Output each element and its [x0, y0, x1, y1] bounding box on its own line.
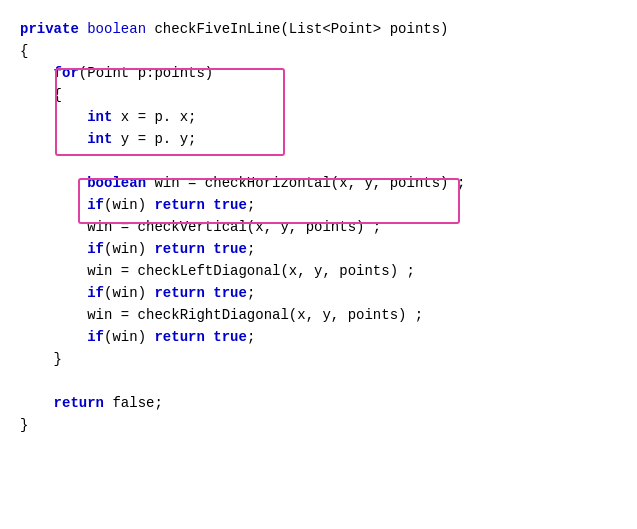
- code-line-6: int y = p. y;: [20, 128, 617, 150]
- code-line-17: [20, 370, 617, 392]
- code-line-8: boolean win = checkHorizontal(x, y, poin…: [20, 172, 617, 194]
- code-line-13: if(win) return true;: [20, 282, 617, 304]
- code-line-11: if(win) return true;: [20, 238, 617, 260]
- code-line-10: win = checkVertical(x, y, points) ;: [20, 216, 617, 238]
- code-line-15: if(win) return true;: [20, 326, 617, 348]
- code-line-2: {: [20, 40, 617, 62]
- code-line-16: }: [20, 348, 617, 370]
- code-line-19: }: [20, 414, 617, 436]
- code-line-12: win = checkLeftDiagonal(x, y, points) ;: [20, 260, 617, 282]
- code-editor: private boolean checkFiveInLine(List<Poi…: [0, 0, 637, 529]
- code-line-18: return false;: [20, 392, 617, 414]
- code-line-1: private boolean checkFiveInLine(List<Poi…: [20, 18, 617, 40]
- code-line-5: int x = p. x;: [20, 106, 617, 128]
- code-line-14: win = checkRightDiagonal(x, y, points) ;: [20, 304, 617, 326]
- code-line-7: [20, 150, 617, 172]
- code-line-9: if(win) return true;: [20, 194, 617, 216]
- code-line-3: for(Point p:points): [20, 62, 617, 84]
- code-line-4: {: [20, 84, 617, 106]
